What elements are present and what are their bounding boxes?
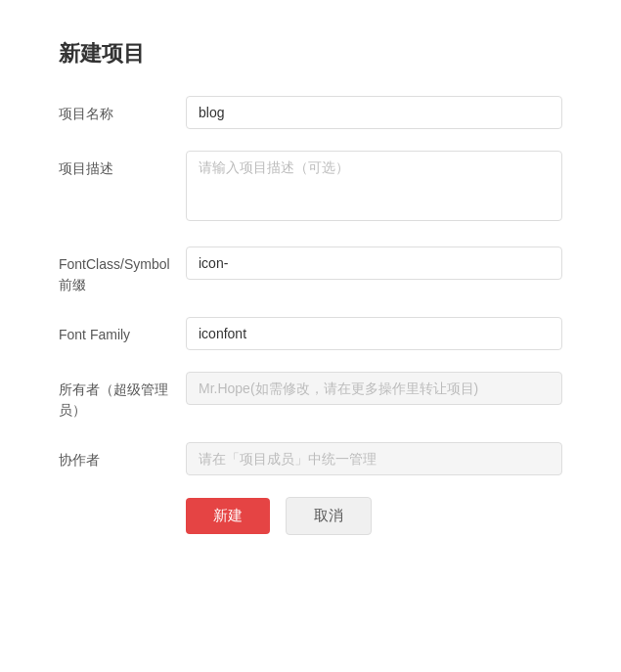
font-class-input[interactable] (186, 246, 562, 280)
owner-row: 所有者（超级管理员） (59, 372, 562, 421)
cancel-button[interactable]: 取消 (286, 497, 372, 535)
project-name-row: 项目名称 (59, 96, 562, 129)
font-class-field (186, 246, 562, 280)
collaborator-row: 协作者 (59, 442, 562, 475)
project-desc-label: 项目描述 (59, 151, 186, 179)
font-class-label: FontClass/Symbol 前缀 (59, 246, 186, 295)
project-name-input[interactable] (186, 96, 562, 129)
project-name-field (186, 96, 562, 129)
page-title: 新建项目 (59, 39, 562, 68)
button-row: 新建 取消 (59, 497, 562, 535)
collaborator-label: 协作者 (59, 442, 186, 470)
project-name-label: 项目名称 (59, 96, 186, 124)
owner-label: 所有者（超级管理员） (59, 372, 186, 421)
owner-input (186, 372, 562, 405)
font-family-row: Font Family (59, 317, 562, 350)
owner-field (186, 372, 562, 405)
collaborator-input (186, 442, 562, 475)
font-family-label: Font Family (59, 317, 186, 345)
project-desc-field (186, 151, 562, 225)
form-container: 新建项目 项目名称 项目描述 FontClass/Symbol 前缀 Font … (59, 39, 562, 535)
font-family-field (186, 317, 562, 350)
submit-button[interactable]: 新建 (186, 498, 270, 534)
font-class-row: FontClass/Symbol 前缀 (59, 246, 562, 295)
project-desc-input[interactable] (186, 151, 562, 221)
collaborator-field (186, 442, 562, 475)
font-family-input[interactable] (186, 317, 562, 350)
project-desc-row: 项目描述 (59, 151, 562, 225)
